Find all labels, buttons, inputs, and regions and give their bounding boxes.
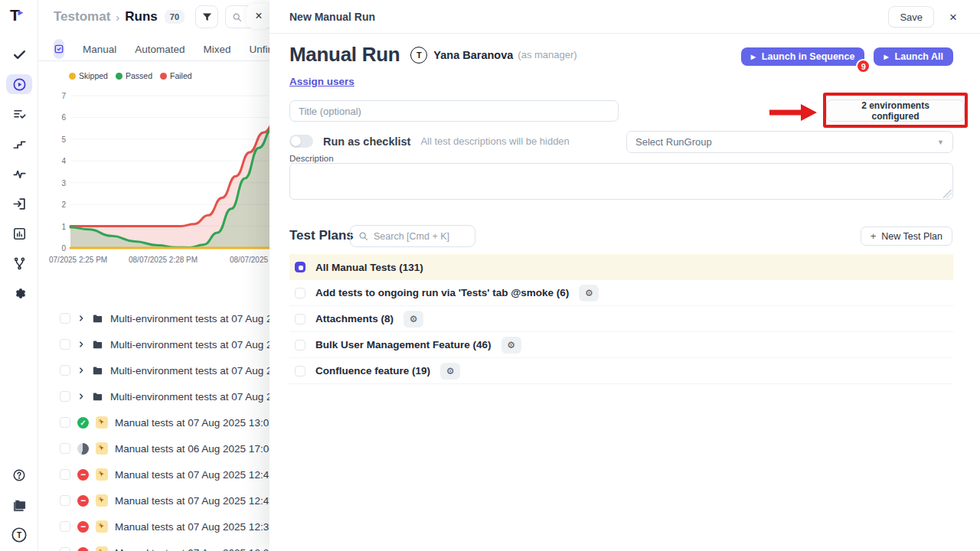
- run-checkbox[interactable]: [60, 391, 70, 402]
- projects-button[interactable]: [6, 495, 32, 515]
- plan-checkbox[interactable]: [295, 262, 305, 272]
- save-button[interactable]: Save: [888, 6, 934, 28]
- y-axis-tick: 1: [38, 223, 66, 231]
- chevron-right-icon[interactable]: [77, 341, 85, 348]
- sidebar-item-steps[interactable]: [6, 134, 32, 154]
- sidebar-item-settings[interactable]: [6, 283, 32, 303]
- run-title-input[interactable]: [289, 100, 619, 122]
- checklist-hint: All test descriptions will be hidden: [420, 135, 569, 147]
- launch-all-button[interactable]: ▶ Launch All: [874, 47, 953, 66]
- sidebar-item-test-plans[interactable]: [6, 104, 32, 124]
- plan-row[interactable]: Bulk User Management Feature (46)⚙: [289, 332, 953, 358]
- runs-list: Multi-environment tests at 07 Aug 202Mul…: [38, 305, 270, 551]
- plan-checkbox[interactable]: [295, 314, 305, 324]
- chevron-right-icon[interactable]: [77, 367, 85, 374]
- tab-automated[interactable]: Automated: [135, 44, 185, 55]
- plan-label: Attachments (8): [315, 313, 394, 324]
- run-checkbox[interactable]: [60, 495, 70, 506]
- plan-row[interactable]: Attachments (8)⚙: [289, 306, 953, 332]
- account-avatar[interactable]: T: [6, 525, 32, 545]
- run-row[interactable]: Multi-environment tests at 07 Aug 202: [38, 305, 270, 331]
- run-row[interactable]: Multi-environment tests at 07 Aug 202: [38, 357, 270, 383]
- chevron-right-icon[interactable]: [77, 315, 85, 322]
- environments-button[interactable]: 2 environments configured: [826, 99, 965, 122]
- run-row[interactable]: ✓Manual tests at 07 Aug 2025 13:02from: [38, 409, 270, 435]
- run-checkbox[interactable]: [60, 469, 70, 480]
- plan-row[interactable]: Confluence feature (19)⚙: [289, 358, 953, 384]
- annotation-highlight-box: 2 environments configured: [823, 93, 968, 128]
- run-row[interactable]: Manual tests at 06 Aug 2025 17:0613: [38, 435, 270, 461]
- test-plans-search[interactable]: [350, 225, 475, 247]
- run-row[interactable]: −Manual tests at 07 Aug 2025 12:3: [38, 540, 270, 551]
- run-checkbox[interactable]: [60, 547, 70, 551]
- assign-users-link[interactable]: Assign users: [289, 76, 354, 87]
- run-as-checklist-toggle[interactable]: [289, 135, 313, 148]
- help-icon: [12, 468, 26, 482]
- sidebar-item-import[interactable]: [6, 194, 32, 214]
- close-search-button[interactable]: ×: [247, 4, 271, 28]
- gear-icon: ⚙: [410, 314, 418, 324]
- run-row[interactable]: −Manual tests at 07 Aug 2025 12:42from: [38, 487, 270, 514]
- gear-icon: [12, 286, 27, 301]
- sidebar-item-runs[interactable]: [6, 74, 32, 94]
- gear-icon: ⚙: [446, 366, 455, 377]
- breadcrumb-current: Runs: [125, 9, 158, 24]
- test-plans-search-input[interactable]: [374, 231, 466, 242]
- manual-run-icon: [96, 416, 108, 429]
- gear-icon: ⚙: [585, 288, 593, 298]
- run-checkbox[interactable]: [60, 443, 70, 454]
- tab-manual[interactable]: Manual: [83, 44, 116, 55]
- run-checkbox[interactable]: [60, 313, 70, 324]
- runs-page-header: Testomat › Runs 70 S: [38, 0, 279, 34]
- launch-in-sequence-button[interactable]: ▶ Launch in Sequence 9: [741, 47, 865, 66]
- sidebar-item-analytics[interactable]: [6, 223, 32, 243]
- run-row[interactable]: −Manual tests at 07 Aug 2025 12:43from: [38, 461, 270, 487]
- app-logo[interactable]: T▸: [10, 6, 24, 24]
- run-checkbox[interactable]: [60, 417, 70, 428]
- run-row[interactable]: −Manual tests at 07 Aug 2025 12:35from: [38, 514, 270, 540]
- plan-checkbox[interactable]: [295, 340, 305, 350]
- funnel-icon: [201, 11, 213, 23]
- run-checkbox[interactable]: [60, 521, 70, 532]
- runs-count-badge: 70: [165, 10, 185, 24]
- plan-settings-button[interactable]: ⚙: [440, 363, 460, 380]
- run-row[interactable]: Multi-environment tests at 07 Aug 202: [38, 383, 270, 409]
- run-checkbox[interactable]: [60, 365, 70, 376]
- run-row[interactable]: Multi-environment tests at 07 Aug 202: [38, 331, 270, 357]
- drawer-close-button[interactable]: ×: [949, 11, 957, 24]
- folder-icon: [92, 339, 103, 350]
- chevron-down-icon: ▼: [937, 139, 944, 146]
- help-button[interactable]: [6, 465, 32, 485]
- rungroup-select[interactable]: Select RunGroup ▼: [626, 131, 953, 153]
- sidebar-item-branches[interactable]: [6, 253, 32, 273]
- new-test-plan-button[interactable]: + New Test Plan: [861, 227, 952, 246]
- resize-handle[interactable]: [943, 190, 952, 198]
- plan-row[interactable]: Add tests to ongoing run via 'Tests' tab…: [289, 280, 953, 306]
- sidebar-item-tests[interactable]: [6, 44, 32, 64]
- plan-row[interactable]: All Manual Tests (131): [289, 254, 953, 280]
- check-icon: [12, 47, 27, 62]
- run-label: Manual tests at 07 Aug 2025 12:35: [115, 521, 275, 533]
- tab-mixed[interactable]: Mixed: [204, 44, 231, 55]
- run-checkbox[interactable]: [60, 339, 70, 350]
- notification-badge: 9: [856, 59, 871, 73]
- breadcrumb-separator: ›: [116, 11, 119, 24]
- owner-name: Yana Baranova: [433, 49, 513, 61]
- owner-avatar[interactable]: T: [410, 47, 427, 64]
- description-textarea[interactable]: [289, 163, 953, 200]
- runs-board-view-button[interactable]: [54, 39, 64, 59]
- plan-settings-button[interactable]: ⚙: [403, 311, 423, 328]
- run-label: Manual tests at 07 Aug 2025 12:3: [115, 547, 269, 551]
- chart-plot-area: [70, 96, 270, 256]
- breadcrumb-root[interactable]: Testomat: [54, 9, 110, 24]
- chevron-right-icon[interactable]: [77, 393, 85, 400]
- plan-settings-button[interactable]: ⚙: [579, 285, 599, 302]
- filter-button[interactable]: [195, 5, 218, 28]
- folder-icon: [92, 391, 103, 403]
- plan-checkbox[interactable]: [295, 366, 305, 377]
- plan-settings-button[interactable]: ⚙: [501, 337, 521, 354]
- status-in-progress-icon: [77, 443, 89, 455]
- manual-run-icon: [96, 494, 108, 507]
- plan-checkbox[interactable]: [295, 288, 305, 298]
- sidebar-item-activity[interactable]: [6, 164, 32, 184]
